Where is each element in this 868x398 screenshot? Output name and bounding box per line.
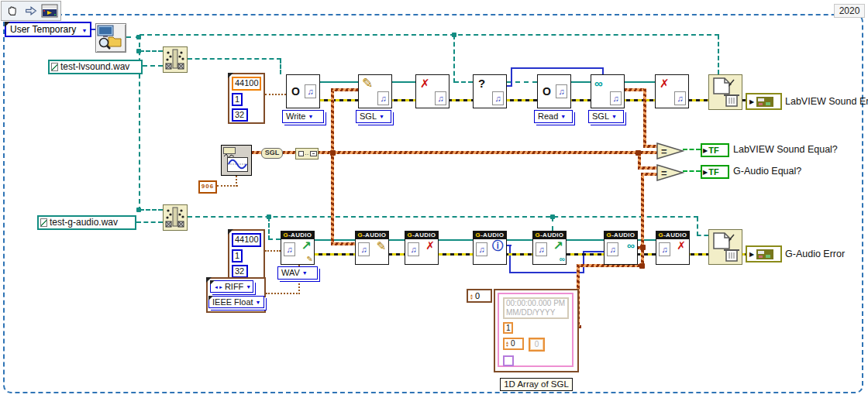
frequency-value: 906 [202, 183, 214, 190]
wire-path-to-delete1 [718, 35, 719, 74]
build-array-node[interactable]: ‥ [295, 148, 319, 160]
open-mode-value: Write [286, 112, 305, 121]
spinner-icon[interactable]: ▲▼ [505, 341, 509, 347]
to-sgl-coercion[interactable]: SGL [261, 148, 283, 159]
sample-rate-constant[interactable]: 44100 [232, 77, 261, 91]
ga-path-value: test-g-audio.wav [50, 217, 118, 228]
tf-glyph: TF [708, 146, 718, 155]
y-array-element[interactable]: 0 [529, 338, 545, 352]
gaudio-open-write-node[interactable]: G-AUDIO ♫ ↗ ✎ [281, 231, 315, 265]
waveform-array-indicator[interactable]: 00:00:00.000 PM MM/DD/YYYY 1 ▲▼0 0 [494, 289, 579, 372]
y-array-index[interactable]: ▲▼0 [503, 338, 524, 350]
sound-file-icon: ♫ [492, 91, 504, 105]
sound-read-node[interactable]: ∞ ♫ [591, 74, 625, 108]
wire-format-bottom [265, 250, 281, 252]
chevron-down-icon: ▼ [611, 114, 617, 119]
wire-junction [640, 245, 646, 250]
dt-display[interactable]: 1 [503, 322, 513, 334]
build-path-icon [164, 47, 187, 72]
sound-write-node[interactable]: ✎ ♫ [358, 74, 392, 108]
build-path-node-2[interactable] [163, 204, 188, 231]
chevron-down-icon: ▼ [302, 270, 308, 276]
wire-junction [267, 214, 271, 219]
ga-equal-label: G-Audio Equal? [733, 166, 801, 177]
lv-sound-equal-terminal[interactable]: ▶ TF [701, 143, 729, 157]
gaudio-close-node-1[interactable]: G-AUDIO ♫ ✗ [405, 231, 439, 265]
sound-close-node-2[interactable]: ✗ ♫ [655, 74, 689, 108]
frequency-constant[interactable]: 906 [198, 180, 217, 194]
gaudio-banner: G-AUDIO [405, 232, 438, 239]
get-system-directory-node[interactable] [95, 23, 126, 53]
array-index-control[interactable]: ▲▼0 [467, 289, 492, 303]
wire-path-top-long [140, 34, 719, 36]
gaudio-read-node[interactable]: G-AUDIO ♫ ∞ [604, 231, 638, 265]
error-cluster-glyph [756, 249, 773, 259]
gaudio-banner: G-AUDIO [656, 232, 689, 239]
sound-file-icon: ♫ [476, 242, 487, 256]
bits-constant[interactable]: 32 [232, 108, 248, 122]
wire-refnum [625, 81, 655, 83]
ga-path-constant[interactable]: test-g-audio.wav [37, 215, 136, 230]
sine-waveform-node[interactable] [221, 145, 252, 176]
wire-array-to-gwrite [331, 242, 355, 245]
container-format-ring[interactable]: ◄►RIFF▼ [210, 280, 253, 293]
read-mode-selector[interactable]: Read▼ [534, 110, 573, 123]
sound-open-write-node[interactable]: O ♫ [286, 74, 320, 108]
gaudio-close-node-2[interactable]: G-AUDIO ♫ ✗ [656, 231, 690, 265]
channels-constant[interactable]: 1 [232, 93, 243, 106]
bits-constant[interactable]: 32 [232, 265, 248, 278]
read-type-selector[interactable]: SGL▼ [588, 110, 624, 123]
sound-file-info-node[interactable]: ? ♫ [473, 74, 507, 108]
sound-close-node-1[interactable]: ✗ ♫ [415, 74, 450, 108]
vi-snippet-icon[interactable] [40, 2, 59, 19]
write-type-selector[interactable]: SGL▼ [356, 110, 391, 123]
lv-path-constant[interactable]: test-lvsound.wav [48, 60, 143, 74]
base-directory-ring[interactable]: User Temporary ▼ [5, 22, 91, 37]
sound-file-icon: ♫ [305, 84, 316, 98]
gaudio-write-node[interactable]: G-AUDIO ♫ ✎ [355, 231, 389, 265]
gaudio-banner: G-AUDIO [356, 232, 388, 239]
timestamp-display[interactable]: 00:00:00.000 PM MM/DD/YYYY [503, 297, 569, 319]
wire-refnum [389, 239, 405, 241]
indicator-arrow-icon: ▶ [749, 98, 754, 105]
equal-node-2[interactable]: = [656, 163, 685, 182]
wire-bool2 [683, 170, 701, 172]
sound-open-read-node[interactable]: O ♫ [537, 74, 571, 108]
gaudio-open-read-node[interactable]: G-AUDIO ♫ ↗ ∞ [532, 231, 567, 265]
constant-fold [228, 73, 233, 78]
sample-rate-constant[interactable]: 44100 [232, 233, 261, 247]
delete-file-node-1[interactable] [708, 74, 742, 110]
wire-refnum [567, 239, 604, 241]
constant-fold [228, 229, 233, 235]
timestamp-time: 00:00:00.000 PM [506, 299, 565, 307]
open-mode-selector[interactable]: Write▼ [282, 110, 324, 123]
wire-path-info-stub [454, 81, 473, 83]
gaudio-banner: G-AUDIO [533, 232, 566, 239]
build-path-icon [164, 205, 187, 230]
base-directory-value: User Temporary [10, 24, 76, 35]
delete-file-node-2[interactable] [708, 229, 742, 265]
ga-error-terminal[interactable]: ▶ [746, 245, 782, 262]
attributes-box[interactable] [503, 355, 514, 366]
wire-gsamples-in [583, 251, 604, 252]
forward-arrow-icon[interactable] [22, 2, 40, 19]
pencil-icon: ✎ [376, 240, 386, 252]
build-path-node-1[interactable] [163, 46, 188, 73]
ga-equal-terminal[interactable]: ▶ TF [701, 165, 729, 179]
wire-junction [550, 214, 555, 219]
pencil-icon: ✎ [307, 256, 313, 263]
equal-node-1[interactable]: = [656, 142, 685, 160]
sound-format-cluster-bottom[interactable]: 44100 1 32 [228, 229, 265, 280]
wire-path-to-info [453, 35, 455, 83]
spinner-icon[interactable]: ▲▼ [470, 293, 474, 300]
sample-format-ring[interactable]: IEEE Float▼ [208, 296, 264, 308]
ga-file-type-selector[interactable]: WAV▼ [277, 266, 318, 280]
lv-sound-error-terminal[interactable]: ▶ [746, 93, 782, 110]
pan-hand-icon[interactable] [3, 2, 22, 19]
wire-samples-across [511, 67, 604, 69]
gaudio-info-node[interactable]: G-AUDIO ♫ ⓘ [473, 231, 507, 265]
sound-format-cluster-top[interactable]: 44100 1 32 [228, 73, 265, 124]
constant-fold [210, 280, 215, 285]
wire-refnum [320, 81, 358, 83]
channels-constant[interactable]: 1 [232, 249, 243, 262]
